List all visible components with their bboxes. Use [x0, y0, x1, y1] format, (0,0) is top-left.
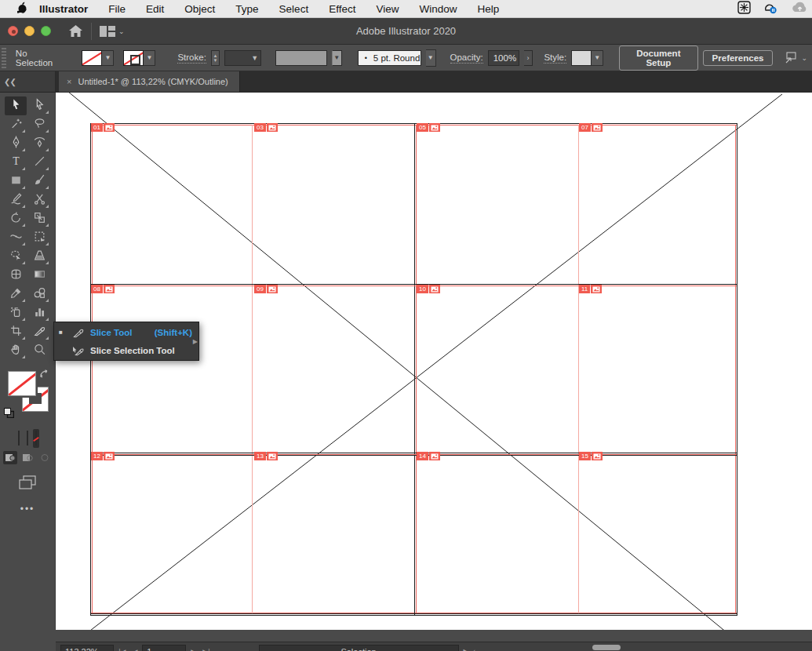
minimize-window-button[interactable]: [24, 26, 35, 36]
slice-label-12[interactable]: 12: [91, 452, 115, 460]
zoom-tool[interactable]: [28, 341, 50, 360]
menu-item-window[interactable]: Window: [419, 3, 457, 15]
style-control[interactable]: ▼: [571, 50, 603, 66]
slice-label-14[interactable]: 14: [417, 452, 440, 460]
flyout-item-slice-tool[interactable]: ■Slice Tool(Shift+K): [54, 323, 198, 341]
scroll-left-arrow[interactable]: ‹: [473, 647, 475, 651]
status-display-menu-arrow[interactable]: ▶: [464, 648, 468, 651]
stroke-weight-stepper[interactable]: ▲▼: [211, 50, 220, 66]
perspective-grid-tool[interactable]: [28, 247, 50, 266]
first-artboard-button[interactable]: |◀: [118, 648, 126, 651]
pen-tool[interactable]: [5, 134, 27, 153]
horizontal-scrollbar-thumb[interactable]: [592, 645, 621, 650]
width-profile-chevron[interactable]: ▼: [332, 50, 342, 66]
rotate-tool[interactable]: [5, 209, 27, 228]
change-screen-mode-button[interactable]: [0, 475, 55, 489]
menu-item-illustrator[interactable]: Illustrator: [39, 3, 88, 15]
previous-artboard-button[interactable]: ◀: [132, 648, 137, 651]
next-artboard-button[interactable]: ▶: [191, 648, 196, 651]
default-fill-stroke-icon[interactable]: [4, 407, 14, 421]
fill-chevron-button[interactable]: ▼: [102, 50, 114, 66]
shaper-tool[interactable]: [5, 191, 27, 209]
close-tab-icon[interactable]: ×: [67, 77, 71, 86]
preferences-button[interactable]: Preferences: [703, 50, 774, 66]
color-button[interactable]: [16, 429, 22, 448]
flyout-item-slice-selection-tool[interactable]: Slice Selection Tool: [54, 341, 198, 359]
close-window-button[interactable]: [8, 26, 18, 36]
isolate-selection-control[interactable]: ⌄: [784, 52, 807, 64]
column-graph-tool[interactable]: [28, 304, 50, 322]
stroke-color-control[interactable]: ▼: [123, 50, 155, 66]
slice-tool[interactable]: [28, 322, 50, 341]
menu-item-edit[interactable]: Edit: [146, 3, 164, 15]
last-artboard-button[interactable]: ▶|: [202, 648, 209, 651]
arrange-documents-button[interactable]: ⌄: [100, 26, 125, 37]
free-transform-tool[interactable]: [28, 228, 50, 247]
width-tool[interactable]: [5, 228, 27, 247]
slice-label-10[interactable]: 10: [417, 285, 440, 293]
slice-label-15[interactable]: 15: [579, 452, 603, 460]
mesh-tool[interactable]: [5, 266, 27, 285]
fill-color-control[interactable]: ▼: [82, 50, 114, 66]
paintbrush-tool[interactable]: [28, 172, 50, 191]
menu-item-help[interactable]: Help: [477, 3, 499, 15]
tearoff-arrow-icon[interactable]: ▶: [193, 338, 198, 345]
line-segment-tool[interactable]: [28, 153, 50, 172]
control-bar-grip[interactable]: [2, 48, 6, 68]
shape-builder-tool[interactable]: [5, 247, 27, 266]
document-tab[interactable]: × Untitled-1* @ 113,22% (CMYK/Outline): [59, 71, 240, 92]
slice-label-03[interactable]: 03: [254, 123, 278, 132]
edit-toolbar-button[interactable]: •••: [0, 504, 55, 515]
symbol-sprayer-tool[interactable]: [5, 304, 27, 322]
type-tool[interactable]: T: [5, 153, 27, 172]
brush-chevron-button[interactable]: ▼: [426, 49, 436, 67]
eyedropper-tool[interactable]: [5, 285, 27, 304]
gradient-button[interactable]: [24, 429, 31, 448]
document-setup-button[interactable]: Document Setup: [619, 45, 697, 71]
plugins-icon[interactable]: [737, 1, 751, 17]
scissors-tool[interactable]: [28, 191, 50, 209]
selection-tool[interactable]: [5, 96, 27, 115]
menu-item-select[interactable]: Select: [279, 3, 309, 15]
stroke-weight-label[interactable]: Stroke:: [177, 53, 206, 64]
scale-tool[interactable]: [28, 209, 50, 228]
rectangle-tool[interactable]: [5, 172, 27, 191]
menu-item-object[interactable]: Object: [184, 3, 215, 15]
menu-item-type[interactable]: Type: [235, 3, 258, 15]
draw-behind-mode-button[interactable]: [20, 451, 35, 464]
artboard-tool[interactable]: [5, 322, 27, 341]
fill-none-swatch[interactable]: [82, 50, 102, 66]
menu-item-file[interactable]: File: [108, 3, 126, 15]
gradient-tool[interactable]: [28, 266, 50, 285]
status-display[interactable]: Selection: [259, 645, 459, 651]
toolbar-collapse-control[interactable]: ❮❮: [0, 71, 56, 92]
blend-tool[interactable]: [28, 285, 50, 304]
stroke-weight-dropdown[interactable]: ▼: [224, 50, 261, 66]
zoom-window-button[interactable]: [41, 26, 51, 36]
opacity-label[interactable]: Opacity:: [450, 53, 483, 64]
none-button[interactable]: [33, 429, 39, 448]
fill-swatch[interactable]: [8, 371, 36, 396]
stroke-chevron-button[interactable]: ▼: [144, 50, 155, 66]
creative-cloud-sync-icon[interactable]: [762, 1, 779, 17]
direct-selection-tool[interactable]: [28, 96, 50, 115]
draw-inside-mode-button[interactable]: [38, 451, 52, 464]
style-label[interactable]: Style:: [544, 53, 566, 64]
magic-wand-tool[interactable]: [5, 115, 27, 134]
style-chevron-button[interactable]: ▼: [592, 50, 603, 66]
brush-definition-dropdown[interactable]: • 5 pt. Round: [358, 50, 421, 66]
slice-label-05[interactable]: 05: [417, 123, 440, 132]
home-button[interactable]: [68, 24, 83, 38]
slice-label-11[interactable]: 11: [579, 285, 602, 293]
artboard-number-dropdown[interactable]: 1 ⌄: [142, 645, 186, 651]
opacity-input[interactable]: 100%: [488, 50, 519, 66]
swap-fill-stroke-icon[interactable]: [39, 368, 50, 382]
lasso-tool[interactable]: [28, 115, 50, 134]
opacity-arrow-button[interactable]: ›: [524, 50, 533, 66]
slice-label-13[interactable]: 13: [254, 452, 278, 460]
zoom-level-dropdown[interactable]: 113,22% ⌄: [60, 645, 114, 651]
slice-label-08[interactable]: 08: [91, 285, 115, 293]
menu-item-view[interactable]: View: [376, 3, 399, 15]
style-swatch[interactable]: [571, 50, 592, 66]
curvature-tool[interactable]: [28, 134, 50, 153]
